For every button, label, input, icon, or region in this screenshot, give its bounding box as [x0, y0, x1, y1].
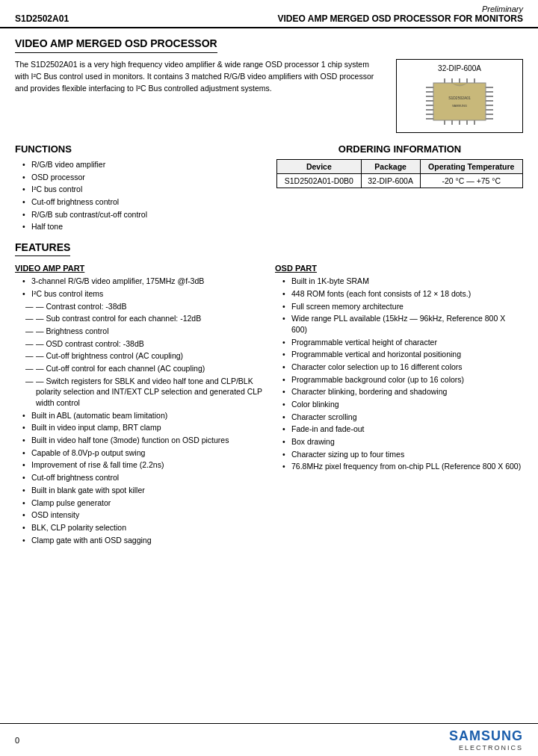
osd-col: OSD PART Built in 1K-byte SRAM 448 ROM f… [275, 264, 523, 547]
list-item: — Contrast control: -38dB [25, 301, 263, 312]
svg-rect-0 [433, 83, 486, 120]
chip-label: 32-DIP-600A [401, 64, 518, 72]
model-number: S1D2502A01 [15, 13, 69, 24]
list-item: OSD intensity [25, 509, 263, 521]
footer: 0 SAMSUNG ELECTRONICS [0, 723, 538, 756]
list-item: Character blinking, bordering and shadow… [285, 386, 523, 397]
brand-sub: ELECTRONICS [449, 744, 523, 752]
header-right: Preliminary VIDEO AMP MERGED OSD PROCESS… [278, 4, 523, 24]
page-number: 0 [15, 736, 19, 745]
list-item: 3-channel R/G/B video amplifier, 175MHz … [25, 276, 263, 287]
ordering-title: ORDERING INFORMATION [276, 143, 523, 155]
list-item: Color blinking [285, 399, 523, 410]
page: S1D2502A01 Preliminary VIDEO AMP MERGED … [0, 0, 538, 756]
table-cell-package: 32-DIP-600A [361, 174, 420, 188]
list-item: — Switch registers for SBLK and video ha… [25, 376, 263, 409]
list-item: Cut-off brightness control [25, 472, 263, 483]
list-item: — OSD contrast control: -38dB [25, 338, 263, 350]
list-item: R/G/B video amplifier [25, 159, 262, 170]
header: S1D2502A01 Preliminary VIDEO AMP MERGED … [0, 0, 538, 28]
chip-box: 32-DIP-600A [396, 59, 523, 133]
table-cell-temp: -20 °C — +75 °C [420, 174, 522, 188]
functions-list: R/G/B video amplifier OSD processor I²C … [15, 159, 262, 232]
list-item: 448 ROM fonts (each font consists of 12 … [285, 288, 523, 300]
table-row: S1D2502A01-D0B0 32-DIP-600A -20 °C — +75… [277, 174, 523, 188]
list-item: Character sizing up to four times [285, 449, 523, 460]
list-item: Built in ABL (automatic beam limitation) [25, 410, 263, 421]
samsung-logo: SAMSUNG ELECTRONICS [449, 728, 523, 752]
list-item: — Cut-off brightness control (AC couplin… [25, 350, 263, 362]
list-item: Built in 1K-byte SRAM [285, 276, 523, 287]
description-text: The S1D2502A01 is a very high frequency … [15, 59, 384, 133]
list-item: Capable of 8.0Vp-p output swing [25, 447, 263, 459]
svg-text:S1D2502A01: S1D2502A01 [448, 96, 471, 100]
content-area: VIDEO AMP MERGED OSD PROCESSOR The S1D25… [0, 28, 538, 554]
list-item: R/G/B sub contrast/cut-off control [25, 209, 262, 220]
features-columns: VIDEO AMP PART 3-channel R/G/B video amp… [15, 264, 523, 547]
list-item: Full screen memory architecture [285, 301, 523, 312]
list-item: BLK, CLP polarity selection [25, 522, 263, 533]
list-item: Box drawing [285, 436, 523, 447]
functions-ordering-section: FUNCTIONS R/G/B video amplifier OSD proc… [15, 143, 523, 234]
table-header-device: Device [277, 160, 362, 174]
list-item: Programmable vertical height of characte… [285, 337, 523, 348]
list-item: — Brightness control [25, 326, 263, 337]
chip-svg: S1D2502A01 SAMSUNG [411, 75, 508, 128]
ordering-table: Device Package Operating Temperature S1D… [276, 159, 523, 188]
brand-name: SAMSUNG [449, 728, 523, 744]
list-item: Built in blank gate with spot killer [25, 485, 263, 496]
list-item: Programmable background color (up to 16 … [285, 374, 523, 385]
table-header-temp: Operating Temperature [420, 160, 522, 174]
list-item: — Sub contrast control for each channel:… [25, 313, 263, 324]
list-item: Fade-in and fade-out [285, 424, 523, 435]
list-item: I²C bus control items [25, 288, 263, 300]
list-item: Cut-off brightness control [25, 196, 262, 208]
features-title: FEATURES [15, 241, 70, 256]
features-section: FEATURES VIDEO AMP PART 3-channel R/G/B … [15, 241, 523, 547]
doc-title: VIDEO AMP MERGED OSD PROCESSOR FOR MONIT… [278, 13, 523, 24]
top-section: The S1D2502A01 is a very high frequency … [15, 59, 523, 133]
functions-section: FUNCTIONS R/G/B video amplifier OSD proc… [15, 143, 262, 234]
svg-text:SAMSUNG: SAMSUNG [452, 104, 467, 108]
preliminary-label: Preliminary [278, 4, 523, 13]
ordering-section: ORDERING INFORMATION Device Package Oper… [276, 143, 523, 223]
functions-title: FUNCTIONS [15, 143, 262, 155]
list-item: Clamp gate with anti OSD sagging [25, 535, 263, 546]
list-item: Half tone [25, 221, 262, 232]
list-item: I²C bus control [25, 184, 262, 195]
list-item: Character color selection up to 16 diffe… [285, 362, 523, 373]
list-item: 76.8MHz pixel frequency from on-chip PLL… [285, 461, 523, 472]
list-item: Improvement of rise & fall time (2.2ns) [25, 459, 263, 471]
list-item: Clamp pulse generator [25, 498, 263, 509]
video-amp-col: VIDEO AMP PART 3-channel R/G/B video amp… [15, 264, 263, 547]
table-cell-device: S1D2502A01-D0B0 [277, 174, 362, 188]
main-title: VIDEO AMP MERGED OSD PROCESSOR [15, 37, 217, 53]
video-amp-list: 3-channel R/G/B video amplifier, 175MHz … [15, 276, 263, 545]
list-item: Built in video input clamp, BRT clamp [25, 422, 263, 433]
osd-title: OSD PART [275, 264, 523, 273]
table-header-package: Package [361, 160, 420, 174]
list-item: Programmable vertical and horizontal pos… [285, 349, 523, 360]
list-item: Wide range PLL available (15kHz — 96kHz,… [285, 313, 523, 335]
list-item: Character scrolling [285, 412, 523, 423]
list-item: — Cut-off control for each channel (AC c… [25, 363, 263, 374]
video-amp-title: VIDEO AMP PART [15, 264, 263, 273]
list-item: OSD processor [25, 172, 262, 183]
chip-image: S1D2502A01 SAMSUNG [411, 75, 508, 128]
list-item: Built in video half tone (3mode) functio… [25, 435, 263, 446]
osd-list: Built in 1K-byte SRAM 448 ROM fonts (eac… [275, 276, 523, 472]
